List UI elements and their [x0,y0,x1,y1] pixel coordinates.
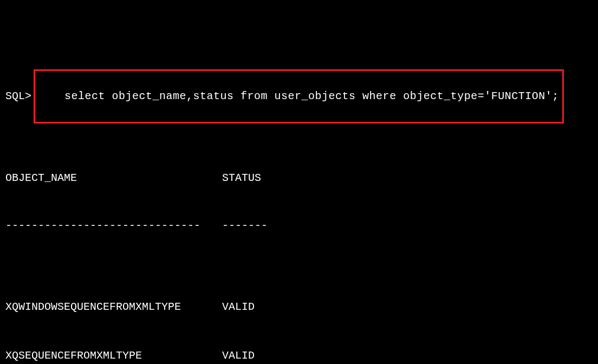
table-row: XQWINDOWSEQUENCEFROMXMLTYPEVALID [5,299,593,315]
divider-object-name: ------------------------------ [5,218,222,234]
sql-prompt-line: SQL> select object_name,status from user… [5,69,593,123]
results-body: XQWINDOWSEQUENCEFROMXMLTYPEVALID XQSEQUE… [5,266,593,364]
divider-status: ------- [222,218,330,234]
column-header-status: STATUS [222,170,330,186]
cell-status: VALID [222,299,330,315]
cell-status: VALID [222,348,330,364]
table-row: XQSEQUENCEFROMXMLTYPEVALID [5,348,593,364]
cell-object-name: XQWINDOWSEQUENCEFROMXMLTYPE [5,299,222,315]
results-header-row: OBJECT_NAME STATUS [5,170,593,186]
sql-prompt-label: SQL> [5,88,31,105]
cell-object-name: XQSEQUENCEFROMXMLTYPE [5,348,222,364]
results-divider-row: ------------------------------ ------- [5,218,593,234]
sql-query-text: select object_name,status from user_obje… [64,90,559,102]
column-header-object-name: OBJECT_NAME [5,170,222,186]
query-highlight-box: select object_name,status from user_obje… [34,69,564,123]
